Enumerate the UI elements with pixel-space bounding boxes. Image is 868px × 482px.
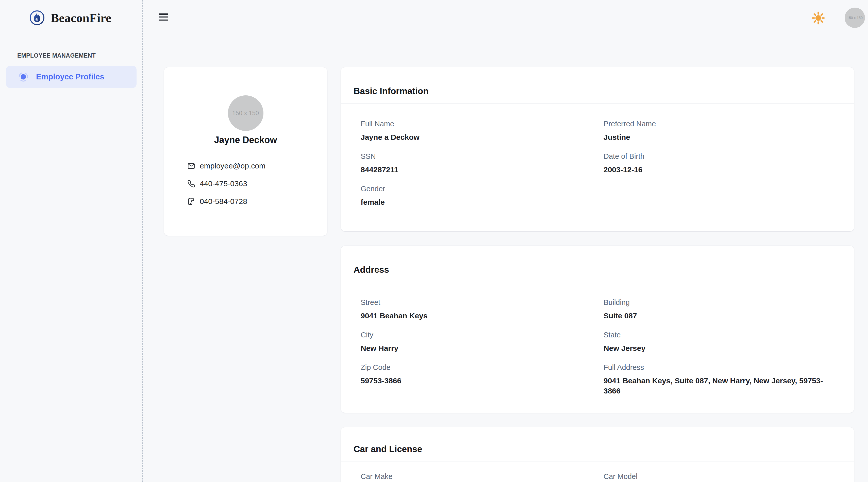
radio-target-icon [18, 72, 28, 82]
brand-name: BeaconFire [51, 11, 112, 25]
avatar-placeholder-text: 150 x 150 [847, 16, 863, 20]
mail-icon [187, 162, 195, 170]
mobile-value: 040-584-0728 [200, 197, 247, 206]
contact-row-email: employee@op.com [164, 157, 327, 175]
contact-list: employee@op.com 440-475-0363 040-584-072… [164, 157, 327, 210]
field-grid: Street 9041 Beahan Keys Building Suite 0… [341, 282, 854, 411]
field-building: Building Suite 087 [603, 298, 839, 321]
address-card: Address Street 9041 Beahan Keys Building… [341, 246, 854, 413]
contact-row-mobile: 040-584-0728 [164, 193, 327, 210]
sidebar-item-label: Employee Profiles [36, 72, 104, 82]
field-preferred-name: Preferred Name Justine [603, 120, 839, 142]
field-car-model: Car Model [603, 472, 839, 481]
field-date-of-birth: Date of Birth 2003-12-16 [603, 152, 839, 175]
employee-name: Jayne Deckow [164, 134, 327, 146]
hamburger-menu-icon[interactable] [159, 13, 168, 21]
avatar-placeholder-text: 150 x 150 [232, 109, 259, 117]
flame-logo-icon [29, 10, 45, 26]
card-header: Address [341, 246, 854, 282]
field-grid: Full Name Jayne a Deckow Preferred Name … [341, 103, 854, 223]
sidebar-item-employee-profiles[interactable]: Employee Profiles [6, 66, 136, 88]
sun-icon[interactable] [812, 11, 825, 25]
user-avatar[interactable]: 150 x 150 [845, 8, 865, 28]
sidebar-section-label: EMPLOYEE MANAGEMENT [17, 52, 143, 59]
field-state: State New Jersey [603, 330, 839, 353]
field-grid: Car Make Car Model [341, 461, 854, 482]
phone-icon [187, 180, 195, 188]
brand-logo[interactable]: BeaconFire [0, 0, 143, 26]
card-title: Basic Information [353, 86, 429, 96]
card-header: Basic Information [341, 67, 854, 103]
field-gender: Gender female [361, 185, 603, 207]
car-and-license-card: Car and License Car Make Car Model [341, 427, 854, 482]
email-value: employee@op.com [200, 162, 266, 170]
field-full-address: Full Address 9041 Beahan Keys, Suite 087… [603, 363, 839, 396]
field-ssn: SSN 844287211 [361, 152, 603, 175]
field-zip-code: Zip Code 59753-3866 [361, 363, 603, 396]
card-title: Address [353, 265, 389, 275]
field-street: Street 9041 Beahan Keys [361, 298, 603, 321]
card-header: Car and License [341, 427, 854, 461]
smartphone-chat-icon [187, 198, 195, 205]
field-car-make: Car Make [361, 472, 603, 481]
phone-value: 440-475-0363 [200, 179, 247, 188]
profile-avatar: 150 x 150 [228, 95, 264, 131]
divider [185, 153, 306, 153]
field-city: City New Harry [361, 330, 603, 353]
basic-information-card: Basic Information Full Name Jayne a Deck… [341, 67, 854, 232]
sidebar: BeaconFire EMPLOYEE MANAGEMENT Employee … [0, 0, 143, 482]
contact-row-phone: 440-475-0363 [164, 175, 327, 193]
field-full-name: Full Name Jayne a Deckow [361, 120, 603, 142]
profile-card: 150 x 150 Jayne Deckow employee@op.com 4… [164, 67, 328, 236]
card-title: Car and License [353, 444, 422, 454]
